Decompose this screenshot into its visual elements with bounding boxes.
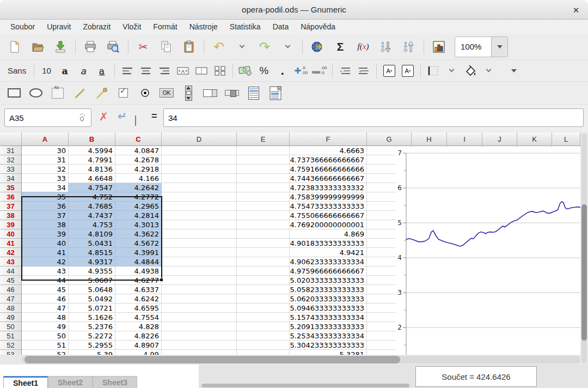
- cell-C41[interactable]: 4.5672: [115, 239, 162, 248]
- cell-E50[interactable]: [237, 322, 290, 331]
- cell-F40[interactable]: 4.869: [290, 229, 367, 239]
- cell-A46[interactable]: 45: [22, 285, 69, 294]
- zoom-dropdown[interactable]: [491, 37, 507, 57]
- row-header-53[interactable]: 53: [0, 350, 22, 355]
- cell-E53[interactable]: [237, 350, 290, 355]
- row-header-32[interactable]: 32: [0, 155, 22, 165]
- menu-format[interactable]: Formát: [147, 21, 183, 33]
- cell-B33[interactable]: 4.8136: [69, 165, 115, 174]
- row-header-33[interactable]: 33: [0, 165, 22, 174]
- cell-F51[interactable]: 5.253433333333334: [290, 331, 367, 341]
- insert-list-button[interactable]: [244, 84, 263, 102]
- cell-F46[interactable]: 5.058233333333333: [290, 285, 367, 294]
- cell-D40[interactable]: [162, 229, 237, 239]
- increase-decimals-button[interactable]: ✚.0.00: [293, 63, 309, 79]
- decrease-decimals-button[interactable]: ▬.00.0: [311, 63, 328, 79]
- horizontal-scrollbar[interactable]: [0, 355, 580, 365]
- cell-C33[interactable]: 4.2918: [115, 165, 162, 174]
- cell-D37[interactable]: [162, 202, 237, 211]
- row-header-42[interactable]: 42: [0, 248, 22, 257]
- row-header-34[interactable]: 34: [0, 174, 22, 183]
- cell-E39[interactable]: [237, 220, 290, 229]
- cell-D43[interactable]: [162, 257, 237, 266]
- cell-F53[interactable]: 5.3281: [290, 350, 367, 355]
- cell-B41[interactable]: 5.0431: [69, 239, 115, 248]
- redo-button[interactable]: ↷: [255, 37, 274, 57]
- menu-vlozit[interactable]: Vložit: [117, 21, 147, 33]
- cell-E48[interactable]: [237, 304, 290, 313]
- close-button[interactable]: ✕: [571, 5, 581, 16]
- insert-button-button[interactable]: OK: [157, 84, 176, 102]
- column-header-H[interactable]: H: [412, 132, 447, 146]
- draw-rectangle-button[interactable]: [5, 84, 23, 102]
- cell-C47[interactable]: 4.6242: [115, 294, 162, 304]
- cell-B34[interactable]: 4.6648: [69, 174, 115, 183]
- toolbar-overflow[interactable]: [506, 63, 522, 79]
- cell-A35[interactable]: 34: [22, 183, 69, 192]
- new-file-button[interactable]: [5, 37, 24, 57]
- row-header-31[interactable]: 31: [0, 146, 22, 155]
- print-button[interactable]: [81, 37, 100, 57]
- hyperlink-button[interactable]: [308, 37, 327, 57]
- cell-C39[interactable]: 4.3013: [115, 220, 162, 229]
- cell-B48[interactable]: 5.0721: [69, 304, 115, 313]
- column-header-G[interactable]: G: [367, 132, 412, 146]
- column-header-C[interactable]: C: [115, 132, 162, 146]
- vscroll-thumb[interactable]: [581, 204, 587, 341]
- cell-B50[interactable]: 5.2376: [69, 322, 115, 331]
- font-size-selector[interactable]: 10: [38, 66, 56, 75]
- enter-dropdown[interactable]: [135, 116, 136, 125]
- column-header-F[interactable]: F: [290, 132, 367, 146]
- cell-F47[interactable]: 5.062033333333333: [290, 294, 367, 304]
- cell-F31[interactable]: 4.6663: [290, 146, 367, 155]
- cell-C45[interactable]: 4.6277: [115, 276, 162, 285]
- cell-C31[interactable]: 4.0847: [115, 146, 162, 155]
- copy-button[interactable]: [156, 37, 176, 57]
- merge-cells-button[interactable]: [193, 63, 210, 79]
- insert-checkbox-button[interactable]: ✓: [114, 84, 132, 102]
- cell-F38[interactable]: 4.755066666666667: [290, 211, 367, 220]
- row-header-37[interactable]: 37: [0, 202, 22, 211]
- title-bar[interactable]: opera-podil.ods — Gnumeric ✕: [0, 0, 588, 20]
- cell-F49[interactable]: 5.157433333333334: [290, 313, 367, 322]
- open-file-button[interactable]: [28, 37, 47, 57]
- cell-C44[interactable]: 4.4938: [115, 266, 162, 276]
- borders-button[interactable]: [425, 63, 442, 79]
- cell-C52[interactable]: 4.8907: [115, 341, 162, 350]
- align-center-button[interactable]: [138, 63, 154, 79]
- cut-button[interactable]: ✂: [133, 37, 153, 57]
- cell-E36[interactable]: [237, 192, 290, 202]
- print-preview-button[interactable]: [103, 37, 123, 57]
- cell-D34[interactable]: [162, 174, 237, 183]
- superscript-button[interactable]: Ax: [381, 63, 397, 79]
- cell-B38[interactable]: 4.7437: [69, 211, 115, 220]
- cell-C32[interactable]: 4.2678: [115, 155, 162, 165]
- cell-F43[interactable]: 4.906233333333334: [290, 257, 367, 266]
- cell-F42[interactable]: 4.9421: [290, 248, 367, 257]
- cell-E43[interactable]: [237, 257, 290, 266]
- column-header-E[interactable]: E: [237, 132, 290, 146]
- cell-C34[interactable]: 4.166: [115, 174, 162, 183]
- cell-F52[interactable]: 5.304233333333333: [290, 341, 367, 350]
- insert-slider-button[interactable]: [223, 84, 241, 102]
- cell-B44[interactable]: 4.9355: [69, 266, 115, 276]
- cell-A39[interactable]: 38: [22, 220, 69, 229]
- cell-reference-box[interactable]: A35: [4, 108, 91, 127]
- borders-dropdown[interactable]: [444, 63, 460, 79]
- save-button[interactable]: [51, 37, 70, 57]
- zoom-combo[interactable]: 100%: [455, 37, 508, 57]
- row-header-50[interactable]: 50: [0, 322, 22, 331]
- center-across-button[interactable]: A: [175, 63, 191, 79]
- redo-dropdown[interactable]: [278, 37, 297, 57]
- paste-button[interactable]: [179, 37, 199, 57]
- cell-C49[interactable]: 4.7554: [115, 313, 162, 322]
- split-cells-button[interactable]: [212, 63, 228, 79]
- increase-indent-button[interactable]: [356, 63, 372, 79]
- cell-B36[interactable]: 4.752: [69, 192, 115, 202]
- column-header-K[interactable]: K: [517, 132, 552, 146]
- cell-B43[interactable]: 4.9317: [69, 257, 115, 266]
- row-header-49[interactable]: 49: [0, 313, 22, 322]
- menu-zobrazit[interactable]: Zobrazit: [77, 21, 117, 33]
- cell-D53[interactable]: [162, 350, 237, 355]
- cell-A52[interactable]: 51: [22, 341, 69, 350]
